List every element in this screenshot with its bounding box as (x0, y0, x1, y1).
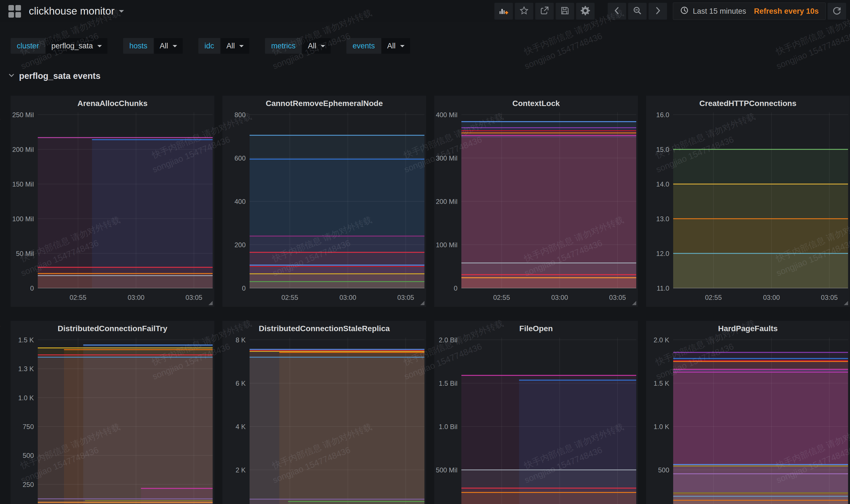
y-tick-label: 500 (658, 466, 669, 474)
y-tick-label: 1.5 K (654, 380, 669, 387)
panel-graph[interactable]: 11.012.013.014.015.016.002:5503:0003:05 (646, 96, 850, 307)
gear-icon (580, 5, 590, 17)
row-header[interactable]: perflog_sata events (8, 71, 850, 81)
panel-graph[interactable]: 5001.0 K1.5 K2.0 K02:5503:0003:05 (646, 321, 850, 504)
filter-current-value: perflog_sata (52, 42, 93, 50)
series-fill (673, 500, 848, 504)
panel-title[interactable]: ArenaAllocChunks (11, 99, 214, 108)
watermark-text: 快手内部信息 请勿对外转载songjiao 1547748436 (0, 110, 7, 175)
panel-title[interactable]: CannotRemoveEphemeralNode (223, 99, 426, 108)
y-tick-label: 100 Mil (12, 215, 34, 223)
panel-resize-handle[interactable] (844, 301, 848, 305)
filter-value-dropdown-idc[interactable]: All (221, 38, 249, 54)
panel-title[interactable]: ContextLock (434, 99, 638, 108)
filter-current-value: All (160, 42, 168, 50)
zoom-out-icon (633, 6, 642, 17)
y-tick-label: 8 K (235, 336, 246, 344)
grafana-logo[interactable] (8, 5, 21, 18)
filter-value-dropdown-metrics[interactable]: All (302, 38, 331, 54)
filter-current-value: All (308, 42, 316, 50)
share-button[interactable] (535, 3, 554, 20)
filter-hosts: hostsAll (123, 38, 183, 54)
refresh-button[interactable] (828, 3, 846, 20)
panel-title[interactable]: CreatedHTTPConnections (646, 99, 850, 108)
x-tick-label: 03:05 (397, 294, 414, 301)
time-range-label: Last 15 minutes (693, 7, 746, 16)
y-tick-label: 300 Mil (436, 155, 458, 162)
y-tick-label: 200 (234, 241, 246, 249)
y-tick-label: 2.0 K (654, 336, 669, 344)
x-tick-label: 03:05 (185, 294, 202, 301)
panel-DistributedConnectionStaleReplica: DistributedConnectionStaleReplica2 K4 K6… (223, 321, 426, 504)
time-forward-button[interactable] (649, 3, 667, 20)
series-fill (250, 282, 424, 288)
chevron-down-icon (400, 45, 405, 50)
y-tick-label: 500 (23, 452, 34, 459)
y-tick-label: 6 K (235, 380, 246, 387)
filter-label-hosts: hosts (123, 38, 154, 54)
chevron-down-icon (119, 10, 124, 15)
panel-graph[interactable]: 050 Mil100 Mil150 Mil200 Mil250 Mil02:55… (11, 96, 214, 307)
y-tick-label: 150 Mil (12, 180, 34, 188)
panel-title[interactable]: FileOpen (434, 324, 638, 333)
y-tick-label: 2 K (235, 466, 246, 474)
star-icon (519, 6, 529, 17)
x-tick-label: 02:55 (705, 294, 722, 301)
time-range-picker[interactable]: Last 15 minutes Refresh every 10s (673, 2, 826, 20)
panel-title[interactable]: HardPageFaults (646, 324, 850, 333)
watermark-text: 快手内部信息 请勿对外转载songjiao 1547748436 (0, 317, 7, 381)
y-tick-label: 200 Mil (436, 198, 458, 205)
panel-title[interactable]: DistributedConnectionFailTry (11, 324, 214, 333)
panel-resize-handle[interactable] (209, 301, 213, 305)
save-icon (560, 6, 570, 17)
dashboard-title-dropdown[interactable]: clickhouse monitor (29, 5, 124, 17)
panel-CannotRemoveEphemeralNode: CannotRemoveEphemeralNode020040060080002… (223, 96, 426, 307)
filter-label-idc: idc (198, 38, 220, 54)
save-button[interactable] (556, 3, 574, 20)
y-tick-label: 600 (234, 155, 246, 162)
navbar: clickhouse monitor (0, 0, 850, 22)
clock-icon (680, 6, 689, 17)
panel-title[interactable]: DistributedConnectionStaleReplica (223, 324, 426, 333)
filter-value-dropdown-events[interactable]: All (382, 38, 410, 54)
x-tick-label: 02:55 (493, 294, 510, 301)
template-variable-row: clusterperflog_satahostsAllidcAllmetrics… (11, 38, 850, 54)
panel-resize-handle[interactable] (632, 301, 636, 305)
x-tick-label: 03:00 (339, 294, 356, 301)
y-tick-label: 0 (454, 285, 458, 292)
y-tick-label: 500 Mil (436, 466, 458, 474)
refresh-icon (832, 6, 842, 17)
add-panel-button[interactable] (494, 3, 513, 20)
filter-value-dropdown-hosts[interactable]: All (154, 38, 183, 54)
y-tick-label: 16.0 (656, 111, 669, 119)
chevron-right-icon (653, 6, 662, 16)
settings-button[interactable] (576, 3, 595, 20)
y-tick-label: 0 (242, 285, 246, 292)
y-tick-label: 1.5 K (18, 336, 34, 344)
y-tick-label: 1.0 K (18, 394, 34, 402)
series-fill (461, 492, 636, 504)
time-back-button[interactable] (608, 3, 626, 20)
filter-idc: idcAll (198, 38, 250, 54)
panel-graph[interactable]: 020040060080002:5503:0003:05 (223, 96, 426, 307)
filter-value-dropdown-cluster[interactable]: perflog_sata (46, 38, 108, 54)
panel-resize-handle[interactable] (420, 301, 424, 305)
y-tick-label: 800 (234, 111, 246, 119)
panel-graph[interactable]: 500 Mil1.0 Bil1.5 Bil2.0 Bil02:5503:0003… (434, 321, 638, 504)
chevron-down-icon (98, 45, 102, 50)
y-tick-label: 15.0 (656, 146, 669, 153)
y-tick-label: 100 Mil (436, 241, 458, 249)
panel-graph[interactable]: 2505007501.0 K1.3 K1.5 K02:5503:0003:05 (11, 321, 214, 504)
star-button[interactable] (515, 3, 533, 20)
filter-label-metrics: metrics (265, 38, 302, 54)
panel-graph[interactable]: 0100 Mil200 Mil300 Mil400 Mil02:5503:000… (434, 96, 638, 307)
y-tick-label: 250 (23, 481, 34, 488)
x-tick-label: 03:05 (821, 294, 838, 301)
zoom-out-button[interactable] (628, 3, 647, 20)
panel-graph[interactable]: 2 K4 K6 K8 K02:5503:0003:05 (223, 321, 426, 504)
x-tick-label: 03:05 (609, 294, 626, 301)
filter-events: eventsAll (347, 38, 410, 54)
filter-current-value: All (387, 42, 396, 50)
y-tick-label: 400 (234, 198, 246, 205)
filter-label-events: events (347, 38, 381, 54)
